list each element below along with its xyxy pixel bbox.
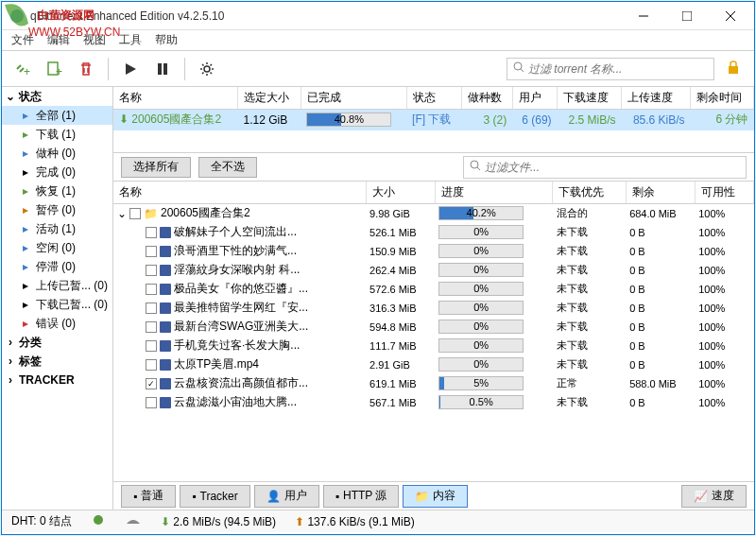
detail-tabs: ▪普通▪Tracker👤用户▪HTTP 源📁内容📈速度 [113, 481, 754, 510]
file-root-row[interactable]: ⌄ 📁 200605國產合集29.98 GiB40.2%混合的684.0 MiB… [113, 204, 754, 223]
file-row[interactable]: 淫蕩紋身女深喉内射 科...262.4 MiB0%未下载0 B100% [113, 261, 754, 280]
torrent-header[interactable]: 名称 [113, 87, 238, 110]
close-button[interactable] [709, 3, 752, 29]
svg-line-16 [477, 167, 480, 170]
sidebar-item-10[interactable]: ▸下载已暂... (0) [2, 295, 112, 314]
menu-tools[interactable]: 工具 [119, 32, 142, 48]
torrent-header[interactable]: 选定大小 [238, 87, 301, 110]
select-all-button[interactable]: 选择所有 [121, 157, 191, 178]
file-row[interactable]: 手机竟失过客·长发大胸...111.7 MiB0%未下载0 B100% [113, 337, 754, 355]
titlebar: qBittorrent Enhanced Edition v4.2.5.10 [2, 2, 754, 30]
list-icon: ▪ [133, 490, 137, 503]
file-row[interactable]: 破解妹子个人空间流出...526.1 MiB0%未下载0 B100% [113, 223, 754, 242]
sidebar-categories[interactable]: ›分类 [2, 333, 112, 352]
file-header[interactable]: 大小 [366, 182, 435, 204]
sidebar-item-8[interactable]: ▸停滞 (0) [2, 257, 112, 276]
torrent-header[interactable]: 用户 [512, 87, 557, 110]
file-header[interactable]: 进度 [435, 182, 552, 204]
torrent-filter[interactable] [507, 58, 714, 80]
sidebar-item-11[interactable]: ▸错误 (0) [2, 314, 112, 333]
svg-marker-8 [126, 63, 136, 75]
add-link-button[interactable]: + [8, 55, 36, 83]
torrent-header[interactable]: 已完成 [301, 87, 406, 110]
file-row[interactable]: 极品美女『你的悠亞醬』...572.6 MiB0%未下载0 B100% [113, 280, 754, 299]
file-row[interactable]: 太原TP美眉.mp42.91 GiB0%未下载0 B100% [113, 355, 754, 374]
file-header[interactable]: 剩余 [626, 182, 695, 204]
file-list[interactable]: 名称大小进度下载优先剩余可用性⌄ 📁 200605國產合集29.98 GiB40… [113, 182, 754, 481]
folder-icon: 📁 [415, 490, 429, 503]
sidebar-status-header[interactable]: ⌄状态 [2, 87, 112, 106]
file-row[interactable]: 云盘滤滋小宙油地大腾...567.1 MiB0.5%未下载0 B100% [113, 393, 754, 412]
statusbar: DHT: 0 结点 ⬇ 2.6 MiB/s (94.5 MiB) ⬆ 137.6… [2, 510, 754, 532]
svg-point-0 [10, 9, 24, 23]
select-none-button[interactable]: 全不选 [198, 157, 257, 178]
file-header[interactable]: 可用性 [695, 182, 753, 204]
main-window: qBittorrent Enhanced Edition v4.2.5.10 文… [1, 1, 755, 535]
torrent-header[interactable]: 上传速度 [622, 87, 691, 110]
file-header[interactable]: 名称 [113, 182, 366, 204]
menu-file[interactable]: 文件 [11, 32, 34, 48]
settings-button[interactable] [193, 55, 221, 83]
svg-rect-2 [682, 11, 692, 21]
search-icon [470, 160, 481, 174]
alt-speed-icon[interactable] [125, 514, 142, 528]
torrent-row[interactable]: ⬇ 200605國產合集21.12 GiB40.8%[F] 下载3 (2)6 (… [113, 110, 754, 130]
svg-point-12 [514, 62, 522, 70]
sidebar-item-4[interactable]: ▸恢复 (1) [2, 182, 112, 200]
tab-folder[interactable]: 📁内容 [403, 485, 468, 508]
torrent-list[interactable]: 名称选定大小已完成状态做种数用户下载速度上传速度剩余时间⬇ 200605國產合集… [113, 87, 754, 153]
sidebar-item-0[interactable]: ▸全部 (1) [2, 106, 112, 125]
torrent-header[interactable]: 剩余时间 [691, 87, 754, 110]
svg-point-15 [471, 161, 478, 168]
sidebar-tags[interactable]: ›标签 [2, 352, 112, 371]
svg-rect-10 [163, 63, 167, 75]
svg-text:+: + [24, 65, 30, 78]
svg-rect-14 [729, 66, 738, 74]
menu-view[interactable]: 视图 [83, 32, 106, 48]
tab-speed[interactable]: 📈速度 [681, 485, 747, 508]
svg-point-11 [204, 66, 210, 72]
sidebar-item-5[interactable]: ▸暂停 (0) [2, 200, 112, 219]
file-filter-input[interactable] [485, 161, 740, 174]
dht-status[interactable]: DHT: 0 结点 [11, 513, 72, 529]
file-header[interactable]: 下载优先 [553, 182, 626, 204]
sidebar: ⌄状态 ▸全部 (1)▸下载 (1)▸做种 (0)▸完成 (0)▸恢复 (1)▸… [2, 87, 113, 510]
delete-button[interactable] [72, 55, 100, 83]
tab-http[interactable]: ▪HTTP 源 [323, 485, 400, 508]
tab-tracker[interactable]: ▪Tracker [180, 485, 250, 508]
sidebar-trackers[interactable]: ›TRACKER [2, 371, 112, 389]
resume-button[interactable] [116, 55, 145, 83]
lock-icon[interactable] [726, 60, 741, 78]
sidebar-item-9[interactable]: ▸上传已暂... (0) [2, 276, 112, 295]
minimize-button[interactable] [622, 3, 665, 29]
file-filter[interactable] [463, 156, 747, 179]
sidebar-item-7[interactable]: ▸空闲 (0) [2, 238, 112, 257]
search-icon [513, 61, 524, 76]
menu-help[interactable]: 帮助 [155, 32, 178, 48]
sidebar-item-6[interactable]: ▸活动 (1) [2, 219, 112, 238]
sidebar-item-2[interactable]: ▸做种 (0) [2, 144, 112, 163]
file-row[interactable]: 浪哥酒里下性的妙满气...150.9 MiB0%未下载0 B100% [113, 242, 754, 261]
tab-list[interactable]: ▪普通 [121, 485, 176, 508]
sidebar-item-1[interactable]: ▸下载 (1) [2, 125, 112, 144]
http-icon: ▪ [335, 490, 339, 503]
file-row[interactable]: 最新台湾SWAG亚洲美大...594.8 MiB0%未下载0 B100% [113, 318, 754, 337]
torrent-header[interactable]: 状态 [406, 87, 461, 110]
menu-edit[interactable]: 编辑 [47, 32, 70, 48]
torrent-header[interactable]: 下载速度 [558, 87, 622, 110]
torrent-filter-input[interactable] [528, 62, 708, 76]
pause-button[interactable] [148, 55, 177, 83]
torrent-header[interactable]: 做种数 [461, 87, 512, 110]
file-row[interactable]: 最美推特留学生网红『安...316.3 MiB0%未下载0 B100% [113, 299, 754, 318]
users-icon: 👤 [266, 490, 281, 503]
svg-rect-9 [158, 63, 162, 75]
speed-icon: 📈 [694, 490, 708, 503]
sidebar-item-3[interactable]: ▸完成 (0) [2, 163, 112, 182]
upload-status[interactable]: ⬆ 137.6 KiB/s (9.1 MiB) [295, 515, 415, 528]
file-row[interactable]: 云盘核资流出高颜值都市...619.1 MiB5%正常588.0 MiB100% [113, 374, 754, 393]
download-status[interactable]: ⬇ 2.6 MiB/s (94.5 MiB) [161, 515, 276, 528]
svg-text:+: + [56, 65, 62, 78]
add-torrent-button[interactable]: + [40, 55, 68, 83]
tab-users[interactable]: 👤用户 [254, 485, 319, 508]
maximize-button[interactable] [665, 3, 709, 29]
